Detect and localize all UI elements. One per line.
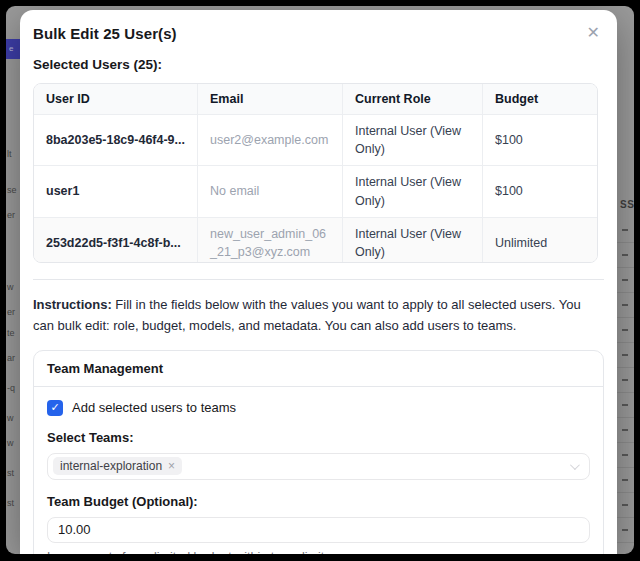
section-divider: [33, 279, 604, 280]
background-text-fragment: w: [7, 438, 14, 448]
budget-cell: $100: [482, 166, 597, 216]
col-header-email: Email: [197, 84, 342, 114]
team-tag-label: internal-exploration: [60, 459, 162, 473]
background-text-fragment: w: [7, 282, 14, 292]
user-id-cell: 8ba203e5-18c9-46f4-9...: [34, 115, 197, 165]
email-cell: No email: [197, 166, 342, 216]
background-text-fragment: te: [7, 328, 15, 338]
team-tag: internal-exploration ×: [53, 457, 182, 475]
team-management-body: ✓ Add selected users to teams Select Tea…: [34, 387, 603, 554]
background-column-header-fragment: SS: [620, 199, 634, 210]
background-text-fragment: st: [7, 468, 14, 478]
team-management-title: Team Management: [34, 351, 603, 387]
background-text-fragment: se: [7, 185, 17, 195]
background-text-fragment: er: [7, 210, 15, 220]
chevron-down-icon: [570, 460, 580, 470]
team-budget-input[interactable]: [47, 517, 590, 543]
modal-title: Bulk Edit 25 User(s): [33, 25, 177, 42]
dimmed-app-background: e lt se er w er te ar -q w w st st SS Bu…: [6, 6, 634, 554]
background-page-left-strip: e lt se er w er te ar -q w w st st: [6, 6, 21, 554]
role-cell: Internal User (View Only): [342, 218, 482, 263]
col-header-budget: Budget: [482, 84, 597, 114]
screenshot-frame: e lt se er w er te ar -q w w st st SS Bu…: [0, 0, 640, 561]
table-row: user1 No email Internal User (View Only)…: [34, 165, 597, 216]
background-text-fragment: st: [7, 498, 14, 508]
background-sidebar-selected-item: e: [6, 39, 20, 59]
bulk-edit-modal: Bulk Edit 25 User(s) ✕ Selected Users (2…: [20, 10, 617, 554]
col-header-user-id: User ID: [34, 84, 197, 114]
role-cell: Internal User (View Only): [342, 166, 482, 216]
teams-multiselect[interactable]: internal-exploration ×: [47, 453, 590, 480]
team-budget-label: Team Budget (Optional):: [47, 494, 590, 509]
background-text-fragment: w: [7, 413, 14, 423]
role-cell: Internal User (View Only): [342, 115, 482, 165]
email-cell: new_user_admin_06_21_p3@xyz.com: [197, 218, 342, 263]
budget-cell: $100: [482, 115, 597, 165]
table-row: 253d22d5-f3f1-4c8f-b... new_user_admin_0…: [34, 217, 597, 263]
selected-users-table[interactable]: User ID Email Current Role Budget 8ba203…: [33, 83, 598, 263]
instructions-text: Instructions: Fill in the fields below w…: [33, 294, 604, 337]
selected-users-label: Selected Users (25):: [33, 57, 604, 72]
close-icon[interactable]: ✕: [583, 23, 604, 43]
budget-cell: Unlimited: [482, 218, 597, 263]
add-users-to-teams-label: Add selected users to teams: [72, 400, 236, 415]
user-id-cell: 253d22d5-f3f1-4c8f-b...: [34, 218, 197, 263]
background-page-right-strip: SS: [617, 6, 634, 554]
col-header-current-role: Current Role: [342, 84, 482, 114]
checkbox-checked-icon[interactable]: ✓: [47, 400, 63, 416]
background-table-dashes: [617, 218, 634, 554]
background-text-fragment: -q: [7, 383, 15, 393]
team-management-section: Team Management ✓ Add selected users to …: [33, 350, 604, 554]
email-cell: user2@example.com: [197, 115, 342, 165]
user-id-cell: user1: [34, 166, 197, 216]
table-row: 8ba203e5-18c9-46f4-9... user2@example.co…: [34, 114, 597, 165]
budget-hint: Leave empty for unlimited budget within …: [47, 550, 590, 554]
select-teams-label: Select Teams:: [47, 430, 590, 445]
instructions-label: Instructions:: [33, 297, 112, 312]
background-text-fragment: ar: [7, 353, 15, 363]
background-text-fragment: lt: [7, 149, 12, 159]
modal-header: Bulk Edit 25 User(s) ✕: [33, 25, 604, 43]
background-text-fragment: er: [7, 307, 15, 317]
add-users-to-teams-row[interactable]: ✓ Add selected users to teams: [47, 400, 590, 416]
remove-team-icon[interactable]: ×: [168, 459, 175, 473]
table-header-row: User ID Email Current Role Budget: [34, 84, 597, 114]
